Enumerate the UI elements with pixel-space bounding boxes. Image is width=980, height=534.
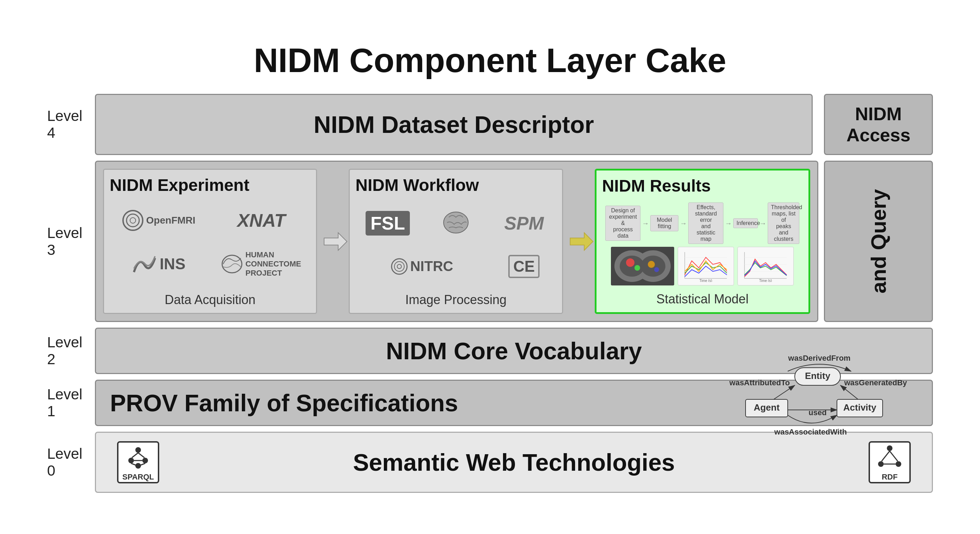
svg-point-8 (397, 265, 401, 269)
svg-point-54 (896, 461, 901, 467)
brain-icon (442, 210, 470, 236)
level4-label: Level 4 (47, 94, 89, 155)
xnat-logo: XNAT (237, 210, 286, 231)
svg-text:wasAssociatedWith: wasAssociatedWith (774, 427, 847, 436)
arrow-workflow-results (566, 169, 595, 314)
svg-point-43 (135, 447, 141, 453)
level2-label: Level 2 (47, 334, 89, 368)
svg-text:Time (s): Time (s) (700, 279, 712, 282)
svg-point-2 (130, 218, 136, 223)
level3-label: Level 3 (47, 161, 89, 322)
svg-point-1 (127, 214, 139, 227)
svg-text:wasGeneratedBy: wasGeneratedBy (844, 378, 907, 387)
svg-point-17 (648, 261, 655, 268)
prov-diagram: wasDerivedFrom wasAttributedTo Entity (718, 354, 921, 452)
svg-point-16 (635, 265, 640, 271)
page-title: NIDM Component Layer Cake (47, 41, 933, 80)
arrow-exp-workflow (321, 169, 349, 314)
workflow-label: Image Processing (405, 289, 506, 307)
svg-line-55 (881, 451, 890, 461)
level0-label: Level 0 (47, 445, 89, 479)
svg-text:used: used (808, 408, 826, 417)
svg-marker-9 (570, 233, 593, 250)
svg-point-44 (128, 458, 134, 463)
workflow-title: NIDM Workflow (355, 175, 556, 195)
diagram: Level 4 NIDM Dataset Descriptor NIDM Acc… (47, 94, 933, 493)
svg-point-18 (654, 267, 659, 272)
svg-line-47 (132, 453, 138, 458)
and-query-panel: and Query (824, 161, 933, 322)
ce-logo: CE (508, 255, 539, 278)
nidm-access-box: NIDM Access (824, 94, 933, 155)
svg-text:Entity: Entity (805, 371, 830, 381)
ins-logo: INS (132, 255, 185, 274)
svg-text:wasAttributedTo: wasAttributedTo (729, 378, 790, 387)
svg-point-7 (395, 261, 404, 271)
nidm-dataset-box: NIDM Dataset Descriptor (95, 94, 813, 155)
svg-text:Activity: Activity (843, 402, 876, 413)
svg-text:Agent: Agent (754, 402, 780, 413)
svg-text:wasDerivedFrom: wasDerivedFrom (788, 354, 850, 362)
svg-point-15 (626, 258, 635, 267)
openfmri-logo: OpenFMRI (123, 210, 196, 231)
svg-marker-4 (324, 233, 347, 250)
and-query-text: and Query (867, 189, 891, 293)
sparql-icon: SPARQL (117, 441, 159, 483)
main-container: NIDM Component Layer Cake Level 4 NIDM D… (33, 27, 947, 507)
results-title: NIDM Results (602, 176, 803, 196)
nitrc-logo: NITRC (391, 258, 453, 275)
level1-box: PROV Family of Specifications wasDerived… (95, 380, 933, 426)
svg-point-6 (391, 259, 407, 274)
level1-label: Level 1 (47, 386, 89, 420)
hcp-logo: HUMANCONNECTOMEPROJECT (221, 250, 301, 278)
svg-point-3 (222, 255, 242, 273)
experiment-label: Data Acquisition (165, 289, 256, 307)
results-panel: NIDM Results Design ofexperiment &proces… (595, 169, 810, 314)
experiment-panel: NIDM Experiment OpenFMRI (103, 169, 317, 314)
svg-text:Time (s): Time (s) (759, 279, 772, 282)
workflow-panel: NIDM Workflow FSL (349, 169, 563, 314)
svg-point-0 (123, 210, 143, 230)
experiment-title: NIDM Experiment (110, 175, 310, 195)
results-label: Statistical Model (656, 288, 748, 306)
svg-point-53 (878, 461, 884, 467)
svg-point-45 (142, 458, 148, 463)
level3-container: NIDM Experiment OpenFMRI (95, 161, 818, 322)
svg-line-56 (890, 451, 898, 461)
spm-logo: SPM (504, 213, 544, 234)
level0-text: Semantic Web Technologies (173, 449, 854, 476)
fsl-logo: FSL (366, 213, 410, 234)
svg-line-48 (138, 453, 145, 458)
level1-row: Level 1 PROV Family of Specifications wa… (47, 380, 933, 426)
